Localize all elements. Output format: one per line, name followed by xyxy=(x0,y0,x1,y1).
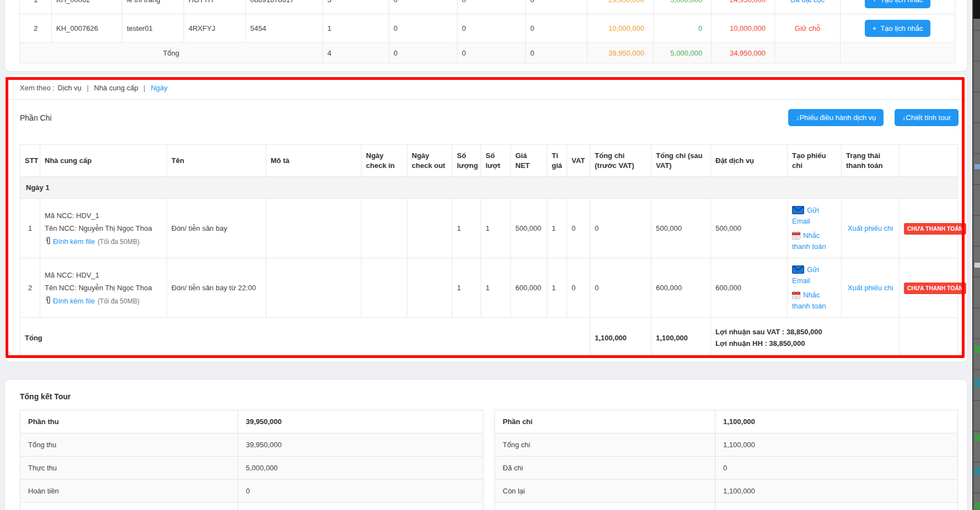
view-by-bar: Xem theo : Dịch vụ | Nhà cung cấp | Ngày xyxy=(5,74,967,100)
summary-row-value: 5,000,000 xyxy=(238,457,483,480)
payment-status-cell: CHƯA THANH TOÁN xyxy=(900,258,958,318)
tour-costing-button[interactable]: ↓Chiết tính tour xyxy=(895,109,959,126)
tour-summary-card: Tổng kết Tour Phần thu 39,950,000 Tổng t… xyxy=(4,379,968,510)
summary-row: Hoàn tiền 0 xyxy=(20,480,483,503)
view-by-service[interactable]: Dịch vụ xyxy=(58,84,82,92)
day-group-label: Ngày 1 xyxy=(20,177,958,199)
attach-size-note: (Tối đa 50MB) xyxy=(98,238,139,246)
col-header-name: Tên xyxy=(167,145,266,177)
profit-after-vat: Lợi nhuận sau VAT : 38,850,000 xyxy=(715,328,895,336)
sliver-blue-icon xyxy=(974,164,980,169)
count-cell: 0 xyxy=(526,14,588,43)
remaining-amount-cell: 24,950,000 xyxy=(712,0,775,14)
count-cell: 0 xyxy=(389,0,457,14)
create-reminder-button[interactable]: +Tạo lịch nhắc xyxy=(865,0,931,8)
summary-row-partial xyxy=(20,503,483,510)
calendar-icon xyxy=(792,291,800,299)
row-index: 2 xyxy=(20,14,52,43)
col-header-stt: STT xyxy=(20,145,40,177)
customer-name-cell: tester01 xyxy=(122,14,184,43)
service-name-cell: Đón/ tiễn sân bay xyxy=(167,199,266,258)
expense-summary-table: Phần chi 1,100,000 Tổng chi 1,100,000 Đã… xyxy=(494,410,958,510)
col-header-empty xyxy=(900,145,958,177)
sliver-green-icon xyxy=(974,502,980,509)
net-price-cell: 600,000 xyxy=(511,258,547,318)
total-row: Tổng 4 0 0 0 39,950,000 5,000,000 34,950… xyxy=(20,43,955,63)
checkout-cell xyxy=(407,258,453,318)
col-header-net-price: Giá NET xyxy=(511,145,547,177)
view-by-supplier[interactable]: Nhà cung cấp xyxy=(94,84,138,92)
booking-code-cell: HGTTH xyxy=(184,0,246,14)
email-icon xyxy=(792,206,804,214)
supplier-name: Tên NCC: Nguyễn Thị Ngọc Thoa xyxy=(45,284,162,292)
col-header-total-after-vat: Tổng chi (sau VAT) xyxy=(651,145,711,177)
expense-header-row: STT Nhà cung cấp Tên Mô tả Ngày check in… xyxy=(20,145,958,177)
booking-code-cell: 4RXFYJ xyxy=(184,14,246,43)
attach-file-link[interactable]: Đính kèm file xyxy=(53,237,95,246)
summary-row: Còn lại 1,100,000 xyxy=(495,480,958,503)
day-group-row: Ngày 1 xyxy=(20,177,958,199)
customer-code-cell: KH_0007626 xyxy=(52,14,122,43)
attach-file-link[interactable]: Đính kèm file xyxy=(53,297,95,305)
row-index: 2 xyxy=(20,258,40,318)
revenue-summary-header: Phần thu 39,950,000 xyxy=(20,410,483,433)
checkin-cell xyxy=(362,258,407,318)
col-header-create-voucher: Tạo phiếu chi xyxy=(788,145,842,177)
summary-row: Tổng thu 39,950,000 xyxy=(20,433,483,457)
summary-row-label: Tổng thu xyxy=(20,433,238,457)
paid-amount-sum: 5,000,000 xyxy=(654,43,712,63)
summary-row-partial xyxy=(495,503,958,510)
service-name-cell: Đón/ tiễn sân bay từ 22:00 xyxy=(167,258,266,318)
description-cell xyxy=(266,199,362,258)
total-before-vat-cell: 0 xyxy=(590,258,651,318)
count-cell: 0 xyxy=(457,0,526,14)
row-index: 1 xyxy=(20,0,52,14)
expense-row: 1 Mã NCC: HDV_1 Tên NCC: Nguyễn Thị Ngọc… xyxy=(20,199,958,258)
view-by-day[interactable]: Ngày xyxy=(150,84,167,92)
background-window-sliver xyxy=(972,0,980,510)
create-reminder-button[interactable]: +Tạo lịch nhắc xyxy=(865,20,931,37)
paperclip-icon xyxy=(45,296,52,305)
expense-total-label: Tổng xyxy=(20,318,590,358)
description-cell xyxy=(266,258,362,318)
turns-cell: 1 xyxy=(481,199,511,258)
empty-cell xyxy=(900,318,958,358)
col-header-vat: VAT xyxy=(567,145,590,177)
create-reminder-label: Tạo lịch nhắc xyxy=(880,0,923,4)
export-voucher-link[interactable]: Xuất phiếu chi xyxy=(848,224,893,232)
col-header-supplier: Nhà cung cấp xyxy=(40,145,167,177)
tour-summary-title: Tổng kết Tour xyxy=(5,379,967,401)
empty-cell xyxy=(841,43,955,63)
summary-row: Tổng chi 1,100,000 xyxy=(495,433,958,457)
payment-status-badge: CHƯA THANH TOÁN xyxy=(904,223,966,235)
export-voucher-link[interactable]: Xuất phiếu chi xyxy=(848,284,893,292)
expense-table: STT Nhà cung cấp Tên Mô tả Ngày check in… xyxy=(20,144,958,358)
revenue-header-value: 39,950,000 xyxy=(238,410,483,433)
operations-sheet-button[interactable]: ↓Phiếu điều hành dịch vụ xyxy=(788,109,884,126)
col-header-turns: Số lượt xyxy=(481,145,511,177)
revenue-card: 1 KH_00062 le thi trang HGTTH 0889187861… xyxy=(4,0,968,72)
expense-card: Xem theo : Dịch vụ | Nhà cung cấp | Ngày… xyxy=(4,74,968,362)
paperclip-icon xyxy=(45,237,52,245)
supplier-name: Tên NCC: Nguyễn Thị Ngọc Thoa xyxy=(45,224,162,232)
phone-cell: 08891878617 xyxy=(246,0,323,14)
voucher-actions-cell: Gửi Email Nhắc thanh toán xyxy=(788,199,842,258)
profit-commission: Lợi nhuận HH : 38,850,000 xyxy=(715,339,895,348)
calendar-icon xyxy=(792,231,800,240)
checkout-cell xyxy=(407,199,453,258)
count-cell: 1 xyxy=(323,14,389,43)
summary-row-label: Hoàn tiền xyxy=(20,480,238,503)
paid-amount-cell: 0 xyxy=(654,14,712,43)
total-amount-sum: 39,950,000 xyxy=(588,43,654,63)
revenue-header-label: Phần thu xyxy=(20,410,238,433)
expense-header-label: Phần chi xyxy=(495,410,715,433)
summary-row: Đã chi 0 xyxy=(495,457,958,480)
summary-row-value: 0 xyxy=(238,480,483,503)
phone-cell: 5454 xyxy=(246,14,323,43)
quantity-cell: 1 xyxy=(453,258,481,318)
summary-row-value: 1,100,000 xyxy=(715,433,958,457)
total-after-vat-cell: 500,000 xyxy=(651,199,711,258)
voucher-actions-cell: Gửi Email Nhắc thanh toán xyxy=(788,258,842,318)
summary-row: Thực thu 5,000,000 xyxy=(20,457,483,480)
count-cell: 0 xyxy=(389,14,457,43)
